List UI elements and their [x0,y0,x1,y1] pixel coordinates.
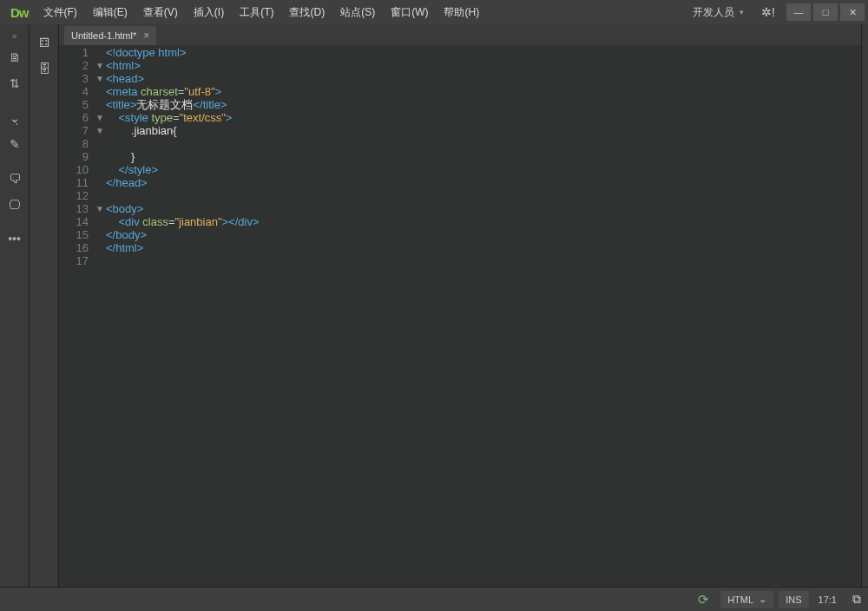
tab-close-icon[interactable]: × [143,30,149,42]
menu-site[interactable]: 站点(S) [332,0,383,24]
close-button[interactable]: ✕ [840,3,865,21]
main-area: » 🗎 ⇅ ⌄̣ ✎ 🗨 🖵 ••• ⚃ 🗄 Untitled-1.html* … [0,24,868,587]
fold-gutter[interactable]: ▼▼ ▼ ▼ ▼ [94,45,106,587]
line-gutter: 123 456 789 101112 131415 1617 [59,45,94,587]
tab-label: Untitled-1.html* [71,30,136,41]
chevron-down-icon[interactable]: ▾ [740,8,753,16]
panel-grip-icon[interactable]: » [12,31,17,41]
menu-insert[interactable]: 插入(I) [186,0,232,24]
titlebar: Dw 文件(F) 编辑(E) 查看(V) 插入(I) 工具(T) 查找(D) 站… [0,0,868,24]
menu-find[interactable]: 查找(D) [281,0,332,24]
screen-icon[interactable]: 🖵 [4,194,25,215]
left-toolbar-secondary: ⚃ 🗄 [30,24,59,587]
sync-settings-icon[interactable]: ✲! [753,5,784,19]
workspace-switcher[interactable]: 开发人员 [687,5,740,20]
chevron-down-icon: ⌄ [759,594,766,605]
menu-view[interactable]: 查看(V) [135,0,186,24]
insert-mode[interactable]: INS [779,591,808,608]
menu-window[interactable]: 窗口(W) [383,0,436,24]
title-right: 开发人员 ▾ ✲! — □ ✕ [687,3,865,21]
comment-icon[interactable]: 🗨 [4,168,25,189]
document-tab[interactable]: Untitled-1.html* × [64,26,156,45]
app-logo: Dw [3,5,36,20]
code-lines[interactable]: <!doctype html> <html> <head> <meta char… [106,45,861,587]
code-editor[interactable]: 123 456 789 101112 131415 1617 ▼▼ ▼ ▼ ▼ … [59,45,861,587]
code-nav-icon[interactable]: ⇅ [4,73,25,94]
maximize-button[interactable]: □ [813,3,838,21]
menu-tools[interactable]: 工具(T) [232,0,281,24]
menu-edit[interactable]: 编辑(E) [85,0,135,24]
status-ok-icon[interactable]: ⟳ [698,592,709,608]
language-selector[interactable]: HTML ⌄ [720,591,773,608]
assets-icon[interactable]: 🗄 [34,58,55,79]
window-controls: — □ ✕ [784,3,865,21]
more-tools-icon[interactable]: ••• [8,232,21,246]
collapse-icon[interactable]: ⌄̣ [4,108,25,128]
edit-icon[interactable]: ✎ [4,134,25,154]
tab-bar: Untitled-1.html* × [59,24,861,45]
left-toolbar-primary: » 🗎 ⇅ ⌄̣ ✎ 🗨 🖵 ••• [0,24,30,587]
minimize-button[interactable]: — [786,3,811,21]
menubar: 文件(F) 编辑(E) 查看(V) 插入(I) 工具(T) 查找(D) 站点(S… [36,0,488,24]
editor-panel: Untitled-1.html* × 123 456 789 101112 13… [59,24,861,587]
menu-help[interactable]: 帮助(H) [436,0,487,24]
right-panel-collapsed[interactable] [861,24,868,587]
dom-tree-icon[interactable]: ⚃ [34,32,55,53]
cursor-position: 17:1 [812,591,844,608]
preview-icon[interactable]: ⧉ [852,592,861,607]
statusbar: ⟳ HTML ⌄ INS 17:1 ⧉ [0,587,868,611]
file-manage-icon[interactable]: 🗎 [4,47,25,68]
menu-file[interactable]: 文件(F) [36,0,85,24]
